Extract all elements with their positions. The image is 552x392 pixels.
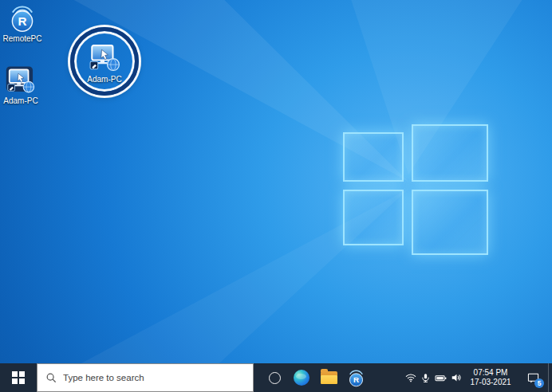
- taskbar: R: [0, 363, 552, 392]
- desktop-icon-adam-pc-highlighted[interactable]: Adam-PC: [87, 40, 121, 84]
- windows-logo-pane: [412, 190, 488, 255]
- desktop-icon-label: Adam-PC: [87, 75, 121, 84]
- folder-icon: [321, 371, 337, 384]
- svg-text:R: R: [18, 14, 26, 28]
- cortana-button[interactable]: [261, 363, 288, 392]
- action-center-button[interactable]: 5: [518, 363, 548, 392]
- search-input[interactable]: [57, 364, 253, 391]
- adam-pc-shortcut-icon: [6, 65, 36, 95]
- highlight-circle-annotation: Adam-PC: [70, 27, 139, 96]
- microphone-tray-button[interactable]: [418, 363, 433, 392]
- cortana-icon: [269, 372, 281, 384]
- microphone-icon: [420, 373, 431, 383]
- notification-badge: 5: [534, 378, 544, 388]
- search-icon: [45, 372, 57, 383]
- windows-desktop-screen: R RemotePC: [0, 0, 552, 392]
- taskbar-search[interactable]: [37, 363, 254, 392]
- remotepc-app-icon: R: [8, 4, 37, 33]
- desktop-icon-adam-pc[interactable]: Adam-PC: [0, 65, 46, 105]
- windows-start-icon: [12, 371, 25, 384]
- taskbar-spacer: [369, 363, 403, 392]
- desktop-wallpaper: R RemotePC: [0, 0, 552, 363]
- remotepc-taskbar-button[interactable]: R: [342, 363, 369, 392]
- battery-tray-button[interactable]: [433, 363, 448, 392]
- remotepc-icon: R: [347, 369, 365, 387]
- wifi-icon: [405, 372, 416, 383]
- file-explorer-button[interactable]: [315, 363, 342, 392]
- windows-logo-pane: [412, 124, 488, 182]
- speaker-icon: [451, 372, 462, 383]
- desktop-icon-remotepc[interactable]: R RemotePC: [0, 4, 48, 43]
- battery-icon: [435, 373, 447, 383]
- edge-icon: [294, 370, 310, 386]
- windows-logo-pane: [343, 190, 404, 245]
- network-tray-button[interactable]: [403, 363, 418, 392]
- clock-date: 17-03-2021: [470, 378, 511, 387]
- volume-tray-button[interactable]: [448, 363, 463, 392]
- windows-logo-wallpaper: [343, 123, 491, 257]
- taskbar-clock[interactable]: 07:54 PM 17-03-2021: [466, 363, 515, 392]
- system-tray: [403, 363, 463, 392]
- adam-pc-shortcut-icon: [88, 40, 121, 73]
- edge-button[interactable]: [288, 363, 315, 392]
- show-desktop-strip[interactable]: [548, 363, 552, 392]
- clock-time: 07:54 PM: [474, 368, 508, 378]
- desktop-icon-label: RemotePC: [3, 34, 42, 43]
- windows-logo-pane: [343, 132, 404, 182]
- start-button[interactable]: [0, 363, 37, 392]
- desktop-icon-label: Adam-PC: [3, 96, 37, 105]
- svg-text:R: R: [353, 375, 358, 384]
